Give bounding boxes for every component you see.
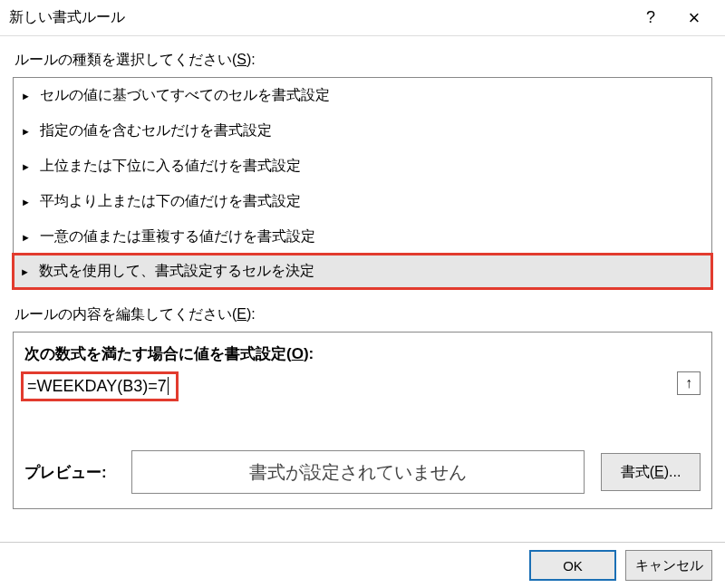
formula-heading-accel: O xyxy=(292,345,304,362)
help-button[interactable]: ? xyxy=(629,1,672,35)
format-btn-pre: 書式( xyxy=(621,463,654,482)
ok-label: OK xyxy=(563,558,583,574)
rule-type-accel: S xyxy=(237,52,246,67)
rule-type-item-label: 指定の値を含むセルだけを書式設定 xyxy=(40,121,272,140)
rule-type-item-selected[interactable]: ► 数式を使用して、書式設定するセルを決定 xyxy=(12,253,713,290)
close-icon: × xyxy=(689,6,701,30)
collapse-dialog-button[interactable]: ↑ xyxy=(677,371,701,395)
dialog-title: 新しい書式ルール xyxy=(9,8,629,27)
bullet-icon: ► xyxy=(21,161,31,172)
bullet-icon: ► xyxy=(20,266,30,277)
format-button[interactable]: 書式(E)... xyxy=(601,453,701,491)
close-button[interactable]: × xyxy=(672,1,716,35)
edit-rule-accel: E xyxy=(237,306,246,322)
dialog-footer: OK キャンセル xyxy=(0,542,725,588)
edit-rule-panel: 次の数式を満たす場合に値を書式設定(O): =WEEKDAY(B3)=7 ↑ プ… xyxy=(13,332,712,509)
rule-type-label-post: ): xyxy=(246,52,256,67)
rule-type-item-label: 上位または下位に入る値だけを書式設定 xyxy=(40,157,301,176)
rule-type-item[interactable]: ► 一意の値または重複する値だけを書式設定 xyxy=(14,219,711,255)
bullet-icon: ► xyxy=(21,197,31,207)
rule-type-item[interactable]: ► セルの値に基づいてすべてのセルを書式設定 xyxy=(14,78,711,113)
bullet-icon: ► xyxy=(21,232,31,243)
formula-heading-pre: 次の数式を満たす場合に値を書式設定( xyxy=(24,345,292,362)
ok-button[interactable]: OK xyxy=(529,550,616,581)
preview-row: プレビュー: 書式が設定されていません 書式(E)... xyxy=(24,450,701,494)
rule-type-item[interactable]: ► 指定の値を含むセルだけを書式設定 xyxy=(14,113,711,149)
rule-type-item[interactable]: ► 平均より上または下の値だけを書式設定 xyxy=(14,184,711,219)
formula-value: =WEEKDAY(B3)=7 xyxy=(27,377,169,395)
formula-heading-post: ): xyxy=(304,345,314,362)
dialog-body: ルールの種類を選択してください(S): ► セルの値に基づいてすべてのセルを書式… xyxy=(0,36,725,515)
arrow-up-icon: ↑ xyxy=(685,375,692,391)
rule-type-item-label: 平均より上または下の値だけを書式設定 xyxy=(40,192,301,211)
edit-rule-label: ルールの内容を編集してください(E): xyxy=(14,305,712,324)
rule-type-label-pre: ルールの種類を選択してください( xyxy=(14,52,237,67)
cancel-button[interactable]: キャンセル xyxy=(625,550,712,581)
rule-type-item-label: セルの値に基づいてすべてのセルを書式設定 xyxy=(40,86,330,105)
formula-heading: 次の数式を満たす場合に値を書式設定(O): xyxy=(24,343,701,364)
formula-input[interactable]: =WEEKDAY(B3)=7 xyxy=(21,371,179,401)
rule-type-item-label: 数式を使用して、書式設定するセルを決定 xyxy=(39,262,314,281)
rule-type-label: ルールの種類を選択してください(S): xyxy=(14,51,712,70)
edit-rule-label-pre: ルールの内容を編集してください( xyxy=(14,306,237,322)
preview-label: プレビュー: xyxy=(24,462,115,483)
format-btn-accel: E xyxy=(654,464,664,480)
edit-rule-label-post: ): xyxy=(246,306,256,322)
preview-box: 書式が設定されていません xyxy=(131,450,585,494)
format-btn-post: )... xyxy=(664,464,682,480)
rule-type-item[interactable]: ► 上位または下位に入る値だけを書式設定 xyxy=(14,149,711,184)
rule-type-item-label: 一意の値または重複する値だけを書式設定 xyxy=(40,227,315,246)
bullet-icon: ► xyxy=(21,91,31,101)
rule-type-list[interactable]: ► セルの値に基づいてすべてのセルを書式設定 ► 指定の値を含むセルだけを書式設… xyxy=(13,77,712,289)
title-bar: 新しい書式ルール ? × xyxy=(0,0,725,36)
bullet-icon: ► xyxy=(21,126,31,137)
cancel-label: キャンセル xyxy=(635,557,703,574)
preview-text: 書式が設定されていません xyxy=(249,460,467,485)
